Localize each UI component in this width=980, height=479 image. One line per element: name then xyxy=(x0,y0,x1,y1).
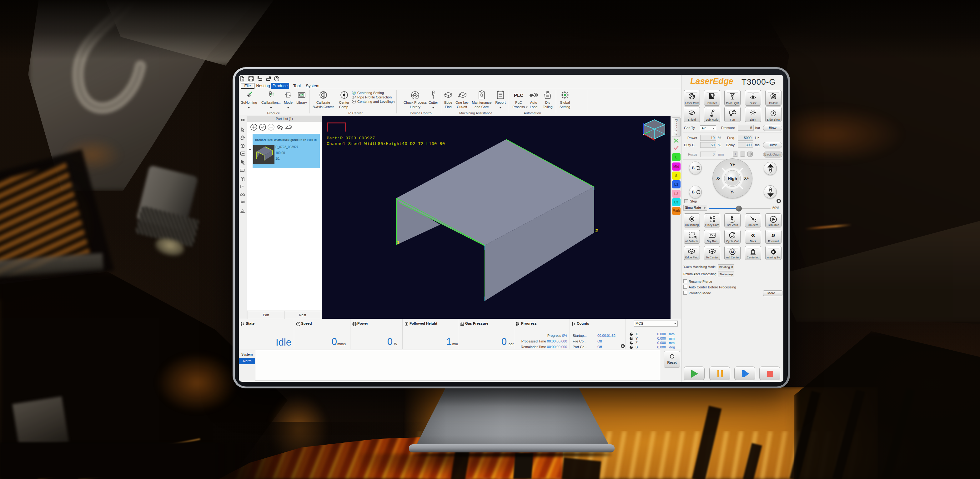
svg-text:0: 0 xyxy=(734,220,735,223)
svg-text:1: 1 xyxy=(290,96,292,98)
svg-text:N: N xyxy=(286,92,287,94)
svg-text:1: 1 xyxy=(397,240,399,246)
svg-text:1: 1 xyxy=(458,94,460,96)
svg-text:M: M xyxy=(731,250,734,254)
svg-text:2: 2 xyxy=(595,228,598,234)
